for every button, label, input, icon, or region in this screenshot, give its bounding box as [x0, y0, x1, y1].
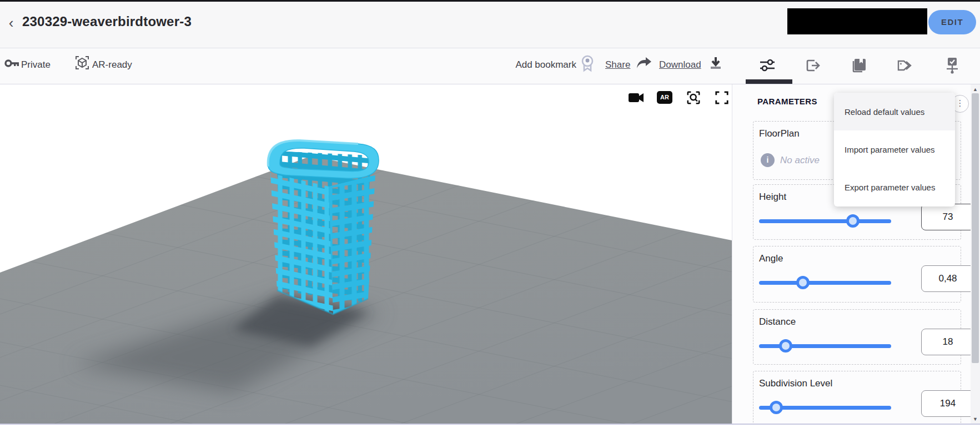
slider-handle[interactable] [770, 401, 783, 414]
3d-scene [0, 84, 732, 424]
redacted-account-area [787, 8, 927, 34]
slider-track[interactable] [759, 281, 891, 285]
active-tab-indicator [746, 79, 792, 84]
parameter-card: Subdivision Level [753, 371, 961, 424]
parameter-slider[interactable] [759, 276, 891, 289]
parameter-value-input[interactable] [921, 329, 971, 355]
slider-track[interactable] [759, 219, 891, 223]
scrollbar-thumb[interactable] [972, 93, 979, 363]
parameter-value-input[interactable] [921, 265, 971, 292]
parameter-label: Height [759, 192, 786, 203]
parameter-slider[interactable] [759, 401, 891, 414]
menu-item[interactable]: Reload default values [834, 93, 955, 130]
edit-button[interactable]: EDIT [928, 10, 976, 34]
parameter-slider[interactable] [759, 214, 891, 228]
parameter-value-input[interactable] [921, 204, 971, 230]
back-button[interactable]: ‹ [3, 15, 19, 32]
library-icon[interactable] [851, 57, 867, 74]
download-link[interactable]: Download [659, 59, 701, 71]
download-icon[interactable] [708, 57, 723, 71]
menu-item[interactable]: Import parameter values [834, 130, 955, 168]
private-label: Private [21, 59, 51, 71]
parameter-slider[interactable] [759, 339, 891, 353]
panel-heading: PARAMETERS [757, 97, 817, 106]
parameter-card: Distance [753, 309, 961, 365]
tags-icon[interactable] [897, 58, 914, 73]
export-icon[interactable] [805, 58, 821, 73]
parameter-label: Angle [759, 253, 783, 264]
inspect-zoom-icon[interactable] [685, 90, 702, 105]
share-link[interactable]: Share [605, 59, 630, 71]
versions-icon[interactable] [944, 57, 961, 74]
private-key-icon [4, 56, 20, 71]
menu-item[interactable]: Export parameter values [834, 168, 955, 206]
app-window: ‹ 230329-weaverbirdtower-3 EDIT Private … [0, 0, 980, 428]
parameter-value-input[interactable] [921, 390, 971, 417]
slider-handle[interactable] [779, 339, 792, 353]
scroll-down-button[interactable]: ▼ [971, 414, 980, 424]
parameter-label: Subdivision Level [759, 378, 832, 389]
slider-handle[interactable] [846, 214, 860, 228]
sliders-icon[interactable] [760, 58, 775, 73]
bookmark-badge-icon[interactable] [580, 54, 595, 72]
video-camera-icon[interactable] [628, 90, 645, 105]
parameter-label: Distance [759, 316, 796, 328]
model-tower [268, 140, 379, 314]
parameter-card: Angle [753, 246, 961, 303]
slider-handle[interactable] [796, 276, 810, 289]
info-icon: i [761, 153, 775, 167]
viewport-bottom-border [0, 424, 980, 425]
share-arrow-icon[interactable] [636, 57, 652, 70]
panel-scrollbar[interactable]: ▲ ▼ [971, 84, 980, 424]
parameters-dropdown-menu: Reload default valuesImport parameter va… [834, 93, 955, 207]
header-bar: ‹ 230329-weaverbirdtower-3 EDIT [0, 2, 980, 48]
model-toolbar: Private AR-ready Add bookmark Share Down… [0, 48, 980, 84]
3d-viewport[interactable] [0, 84, 732, 424]
add-bookmark-button[interactable]: Add bookmark [502, 59, 576, 71]
floorplan-label: FloorPlan [759, 128, 800, 139]
page-title: 230329-weaverbirdtower-3 [22, 14, 192, 29]
ar-ready-icon [74, 55, 90, 71]
ar-ready-label: AR-ready [92, 59, 132, 71]
ar-view-button[interactable]: AR [657, 91, 672, 104]
fullscreen-icon[interactable] [713, 90, 730, 105]
